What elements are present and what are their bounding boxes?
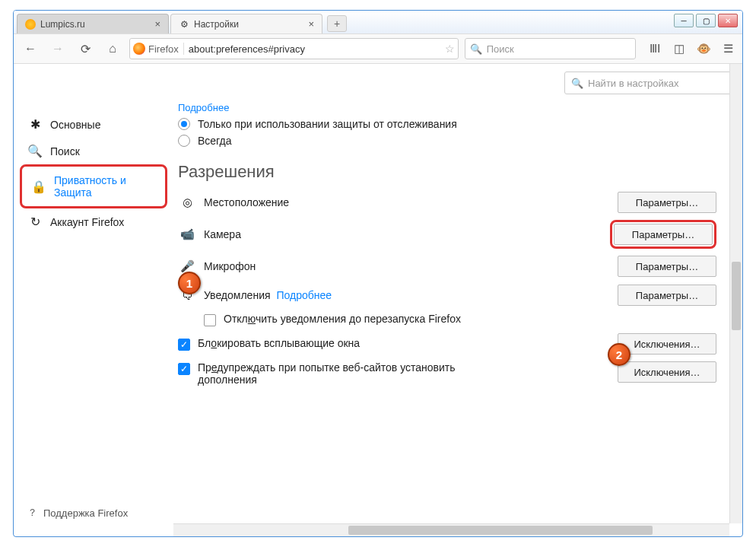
lock-icon: 🔒	[31, 180, 46, 194]
check-warn-addons[interactable]: ✓ Предупреждать при попытке веб-сайтов у…	[178, 361, 618, 386]
reload-button[interactable]: ⟳	[75, 38, 96, 59]
toolbar-icons: ⅢⅠ ◫ 🐵 ☰	[646, 40, 736, 57]
perm-row-notifications: 🗨 Уведомления Подробнее Параметры…	[178, 284, 716, 307]
permissions-title: Разрешения	[178, 162, 716, 182]
highlight-box-1: 🔒 Приватность и Защита	[20, 164, 167, 208]
camera-icon: 📹	[178, 227, 196, 241]
tab-close-icon[interactable]: ×	[308, 18, 314, 30]
search-placeholder: Найти в настройках	[588, 78, 679, 89]
sidebar-item-label: Поиск	[50, 145, 80, 157]
sync-icon: ↻	[27, 215, 43, 229]
notifications-settings-button[interactable]: Параметры…	[618, 285, 716, 306]
browser-window: Lumpics.ru × ⚙ Настройки × + ─ ▢ ✕ ← → ⟳…	[13, 10, 743, 537]
identity-label: Firefox	[148, 43, 179, 55]
tab-settings[interactable]: ⚙ Настройки ×	[170, 14, 322, 33]
perm-row-microphone: 🎤 Микрофон Параметры…	[178, 255, 716, 278]
vertical-scrollbar[interactable]	[729, 64, 742, 523]
monkey-icon[interactable]: 🐵	[695, 40, 712, 57]
sidebar-item-general[interactable]: ✱ Основные	[20, 111, 167, 138]
location-settings-button[interactable]: Параметры…	[618, 192, 716, 213]
url-bar[interactable]: Firefox about:preferences#privacy ☆	[129, 38, 459, 59]
search-icon: 🔍	[27, 144, 43, 158]
tab-lumpics[interactable]: Lumpics.ru ×	[17, 14, 169, 33]
perm-row-location: ◎ Местоположение Параметры…	[178, 191, 716, 214]
scrollbar-thumb[interactable]	[348, 526, 653, 535]
search-icon: 🔍	[470, 43, 482, 55]
tracking-more-link[interactable]: Подробнее	[178, 102, 716, 113]
sidebar-item-privacy[interactable]: 🔒 Приватность и Защита	[24, 168, 164, 205]
radio-label: Всегда	[198, 135, 232, 147]
camera-settings-button[interactable]: Параметры…	[614, 224, 713, 245]
sidebar-item-label: Основные	[50, 119, 100, 131]
notifications-more-link[interactable]: Подробнее	[277, 289, 332, 301]
tab-title: Настройки	[194, 19, 239, 30]
settings-search-input[interactable]: 🔍 Найти в настройках	[564, 72, 732, 94]
bookmark-star-icon[interactable]: ☆	[445, 43, 455, 55]
lumpics-favicon	[25, 19, 36, 30]
popup-exceptions-button[interactable]: Исключения…	[618, 333, 716, 355]
gear-icon: ✱	[27, 117, 43, 132]
checkbox-checked-icon: ✓	[178, 363, 190, 375]
check-warn-addons-row: ✓ Предупреждать при попытке веб-сайтов у…	[178, 361, 716, 386]
new-tab-button[interactable]: +	[327, 15, 347, 32]
sidebar-icon[interactable]: ◫	[671, 40, 688, 57]
firefox-icon	[133, 43, 145, 55]
content-area: ✱ Основные 🔍 Поиск 🔒 Приватность и Защит…	[14, 64, 742, 536]
checkbox-label: Предупреждать при попытке веб-сайтов уст…	[198, 361, 487, 386]
help-icon: ？	[27, 506, 37, 520]
back-button[interactable]: ←	[20, 38, 41, 59]
gear-icon: ⚙	[179, 19, 189, 30]
sidebar-item-label: Аккаунт Firefox	[50, 216, 124, 228]
perm-label: Микрофон	[204, 260, 618, 272]
annotation-badge-1: 1	[178, 272, 201, 294]
scrollbar-thumb[interactable]	[732, 262, 741, 330]
perm-label: Камера	[204, 228, 610, 240]
perm-label: Уведомления Подробнее	[204, 289, 618, 301]
addons-exceptions-button[interactable]: Исключения…	[618, 361, 716, 383]
check-block-popups-row: ✓ Блокировать всплывающие окна Исключени…	[178, 332, 716, 355]
check-disable-notifications[interactable]: Отключить уведомления до перезапуска Fir…	[204, 313, 716, 326]
checkbox-checked-icon: ✓	[178, 339, 190, 351]
checkbox-label: Отключить уведомления до перезапуска Fir…	[224, 313, 461, 325]
settings-main: 🔍 Найти в настройках Подробнее Только пр…	[173, 64, 742, 536]
checkbox-label: Блокировать всплывающие окна	[198, 337, 360, 349]
annotation-badge-2: 2	[608, 343, 631, 366]
location-icon: ◎	[178, 196, 196, 209]
search-placeholder: Поиск	[487, 43, 514, 55]
highlight-box-2: Параметры…	[610, 220, 716, 249]
forward-button[interactable]: →	[47, 38, 68, 59]
tab-title: Lumpics.ru	[40, 19, 85, 30]
radio-label: Только при использовании защиты от отсле…	[198, 118, 457, 130]
support-label: Поддержка Firefox	[43, 507, 128, 519]
tracking-option-2[interactable]: Всегда	[178, 135, 716, 147]
close-button[interactable]: ✕	[718, 14, 738, 27]
settings-search-wrap: 🔍 Найти в настройках	[173, 72, 732, 94]
microphone-settings-button[interactable]: Параметры…	[618, 256, 716, 277]
check-block-popups[interactable]: ✓ Блокировать всплывающие окна	[178, 337, 618, 351]
horizontal-scrollbar[interactable]	[173, 523, 729, 536]
tracking-option-1[interactable]: Только при использовании защиты от отсле…	[178, 118, 716, 130]
tab-close-icon[interactable]: ×	[154, 18, 160, 30]
identity-box[interactable]: Firefox	[133, 43, 184, 55]
home-button[interactable]: ⌂	[102, 38, 123, 59]
search-bar[interactable]: 🔍 Поиск	[465, 38, 636, 59]
toolbar: ← → ⟳ ⌂ Firefox about:preferences#privac…	[14, 33, 742, 64]
maximize-button[interactable]: ▢	[696, 14, 716, 27]
sidebar-support[interactable]: ？ Поддержка Firefox	[20, 500, 167, 526]
perm-row-camera: 📹 Камера Параметры…	[178, 220, 716, 249]
url-text: about:preferences#privacy	[189, 43, 440, 55]
library-icon[interactable]: ⅢⅠ	[646, 40, 663, 57]
tab-strip: Lumpics.ru × ⚙ Настройки × +	[17, 11, 347, 33]
search-icon: 🔍	[571, 78, 583, 89]
sidebar-item-search[interactable]: 🔍 Поиск	[20, 138, 167, 164]
minimize-button[interactable]: ─	[674, 14, 694, 27]
menu-icon[interactable]: ☰	[719, 40, 736, 57]
settings-sidebar: ✱ Основные 🔍 Поиск 🔒 Приватность и Защит…	[14, 64, 173, 536]
sidebar-item-label: Приватность и Защита	[54, 174, 156, 199]
sidebar-item-account[interactable]: ↻ Аккаунт Firefox	[20, 208, 167, 235]
titlebar: Lumpics.ru × ⚙ Настройки × + ─ ▢ ✕	[14, 11, 742, 33]
checkbox-icon	[204, 314, 216, 326]
perm-label: Местоположение	[204, 196, 618, 208]
main-scroll: Подробнее Только при использовании защит…	[173, 102, 732, 529]
radio-checked-icon	[178, 118, 190, 130]
